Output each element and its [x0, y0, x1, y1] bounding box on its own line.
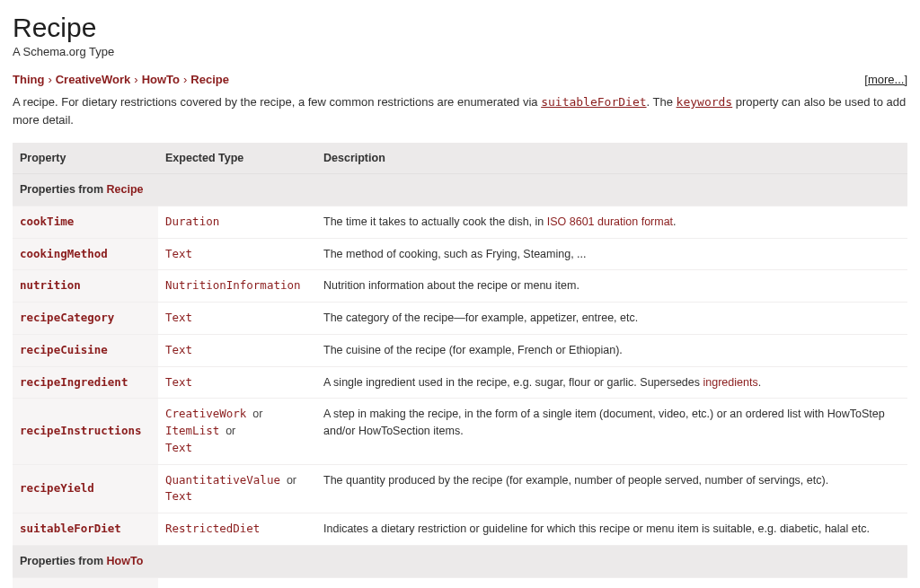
- expected-type-cell: Text: [158, 366, 316, 399]
- table-row: cookingMethodTextThe method of cooking, …: [13, 238, 907, 270]
- table-row: cookTimeDurationThe time it takes to act…: [13, 206, 907, 238]
- section-header: Properties from Recipe: [13, 174, 907, 206]
- type-link[interactable]: Text: [165, 441, 192, 454]
- inline-link[interactable]: ingredients: [703, 376, 757, 389]
- type-link[interactable]: CreativeWork: [165, 407, 246, 420]
- section-header: Properties from HowTo: [13, 545, 907, 577]
- desc-text-1: A recipe. For dietary restrictions cover…: [13, 95, 541, 109]
- description-cell: The estimated cost of the supply or supp…: [316, 577, 907, 588]
- table-row: recipeCategoryTextThe category of the re…: [13, 303, 907, 335]
- breadcrumb-link[interactable]: CreativeWork: [56, 73, 131, 86]
- property-link[interactable]: recipeInstructions: [20, 424, 141, 437]
- property-link[interactable]: cookTime: [20, 215, 74, 228]
- description-cell: The category of the recipe—for example, …: [316, 303, 907, 335]
- table-row: suitableForDietRestrictedDietIndicates a…: [13, 513, 907, 546]
- description-cell: The quantity produced by the recipe (for…: [316, 464, 907, 513]
- description-cell: Nutrition information about the recipe o…: [316, 270, 907, 303]
- breadcrumb-link[interactable]: Thing: [13, 73, 44, 86]
- description-cell: A step in making the recipe, in the form…: [316, 399, 907, 464]
- property-link[interactable]: recipeIngredient: [20, 375, 128, 389]
- expected-type-cell: Text: [158, 303, 316, 335]
- type-link[interactable]: RestrictedDiet: [165, 522, 260, 535]
- desc-text-2: . The: [647, 95, 677, 109]
- property-link[interactable]: cookingMethod: [20, 247, 108, 260]
- properties-table: Property Expected Type Description Prope…: [13, 143, 907, 588]
- section-type-link[interactable]: Recipe: [107, 183, 144, 196]
- description-cell: The time it takes to actually cook the d…: [316, 206, 907, 238]
- description-cell: The method of cooking, such as Frying, S…: [316, 238, 907, 270]
- type-link[interactable]: Text: [165, 311, 192, 324]
- table-row: recipeInstructionsCreativeWork orItemLis…: [13, 399, 907, 464]
- table-row: estimatedCostMonetaryAmount orTextThe es…: [13, 577, 907, 588]
- table-row: recipeIngredientTextA single ingredient …: [13, 366, 907, 399]
- expected-type-cell: CreativeWork orItemList orText: [158, 399, 316, 464]
- type-link[interactable]: ItemList: [165, 424, 219, 437]
- property-link[interactable]: recipeCategory: [20, 311, 114, 324]
- type-link[interactable]: Text: [165, 375, 192, 389]
- property-link[interactable]: recipeCuisine: [20, 343, 108, 356]
- breadcrumb: Thing›CreativeWork›HowTo›Recipe: [13, 73, 229, 86]
- page-title: Recipe: [13, 13, 907, 43]
- inline-link[interactable]: ISO 8601 duration format: [547, 215, 673, 228]
- more-link[interactable]: [more...]: [864, 73, 907, 86]
- property-link[interactable]: nutrition: [20, 278, 81, 292]
- expected-type-cell: MonetaryAmount orText: [158, 577, 316, 588]
- property-link[interactable]: suitableForDiet: [20, 522, 121, 535]
- type-description: A recipe. For dietary restrictions cover…: [13, 93, 907, 128]
- breadcrumb-separator: ›: [48, 73, 51, 86]
- expected-type-cell: Duration: [158, 206, 316, 238]
- type-link[interactable]: Duration: [165, 215, 219, 228]
- breadcrumb-link[interactable]: Recipe: [190, 73, 229, 86]
- description-cell: A single ingredient used in the recipe, …: [316, 366, 907, 399]
- table-row: nutritionNutritionInformationNutrition i…: [13, 270, 907, 303]
- type-link[interactable]: Text: [165, 489, 192, 503]
- description-cell: The cuisine of the recipe (for example, …: [316, 334, 907, 366]
- type-link[interactable]: Text: [165, 247, 192, 260]
- expected-type-cell: Text: [158, 238, 316, 270]
- keywords-link[interactable]: keywords: [677, 95, 733, 109]
- section-type-link[interactable]: HowTo: [107, 555, 144, 567]
- expected-type-cell: NutritionInformation: [158, 270, 316, 303]
- type-link[interactable]: Text: [165, 343, 192, 356]
- suitablefordiet-link[interactable]: suitableForDiet: [541, 95, 646, 109]
- page-subtitle: A Schema.org Type: [13, 45, 907, 58]
- breadcrumb-separator: ›: [134, 73, 137, 86]
- expected-type-cell: RestrictedDiet: [158, 513, 316, 546]
- col-expected-type: Expected Type: [158, 143, 316, 174]
- type-link[interactable]: QuantitativeValue: [165, 473, 280, 487]
- breadcrumb-separator: ›: [183, 73, 187, 86]
- col-property: Property: [13, 143, 158, 174]
- table-row: recipeCuisineTextThe cuisine of the reci…: [13, 334, 907, 366]
- table-row: recipeYieldQuantitativeValue orTextThe q…: [13, 464, 907, 513]
- expected-type-cell: QuantitativeValue orText: [158, 464, 316, 513]
- description-cell: Indicates a dietary restriction or guide…: [316, 513, 907, 546]
- property-link[interactable]: recipeYield: [20, 481, 94, 495]
- col-description: Description: [316, 143, 907, 174]
- breadcrumb-link[interactable]: HowTo: [142, 73, 180, 86]
- expected-type-cell: Text: [158, 334, 316, 366]
- type-link[interactable]: NutritionInformation: [165, 278, 301, 292]
